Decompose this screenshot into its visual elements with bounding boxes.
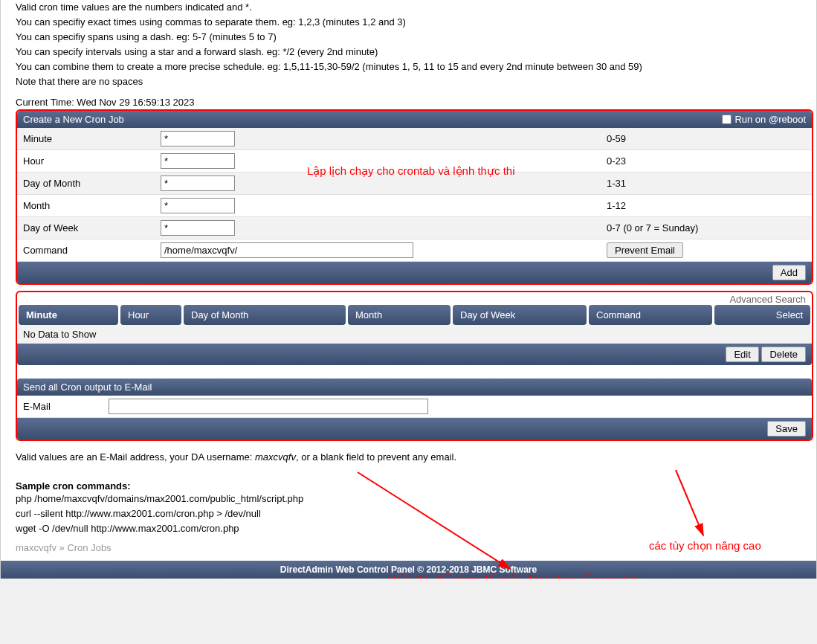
month-label: Month (17, 196, 155, 215)
create-cron-panel: Create a New Cron Job Run on @reboot Min… (16, 109, 813, 285)
help-line: Note that there are no spaces (16, 74, 815, 89)
dom-input[interactable] (161, 176, 235, 191)
help-line: Valid cron time values are the numbers i… (16, 0, 815, 15)
dom-range: 1-31 (601, 174, 812, 193)
th-cmd[interactable]: Command (589, 305, 712, 325)
jobs-table-header: Minute Hour Day of Month Month Day of We… (17, 305, 812, 325)
reboot-checkbox-label[interactable]: Run on @reboot (722, 114, 806, 125)
prevent-email-button[interactable]: Prevent Email (607, 242, 683, 258)
save-button[interactable]: Save (767, 421, 806, 437)
minute-range: 0-59 (601, 129, 812, 148)
minute-input[interactable] (161, 131, 235, 146)
reboot-checkbox[interactable] (722, 115, 732, 124)
breadcrumb-page: Cron Jobs (67, 542, 111, 553)
help-line: You can specifiy spans using a dash. eg:… (16, 30, 815, 45)
dow-range: 0-7 (0 or 7 = Sunday) (601, 219, 812, 237)
command-label: Command (17, 241, 155, 260)
email-label: E-Mail (17, 397, 103, 416)
add-button[interactable]: Add (772, 265, 806, 280)
jobs-footer-bar: Edit Delete (17, 344, 812, 365)
th-month[interactable]: Month (348, 305, 451, 325)
minute-label: Minute (17, 129, 155, 148)
sample-commands: Sample cron commands: php /home/maxcvqfv… (16, 480, 815, 536)
create-panel-header: Create a New Cron Job Run on @reboot (17, 111, 812, 128)
reboot-label: Run on @reboot (734, 114, 806, 125)
dom-label: Day of Month (17, 174, 155, 193)
no-data-row: No Data to Show (17, 325, 812, 344)
hour-label: Hour (17, 152, 155, 170)
email-panel-header: Send all Cron output to E-Mail (17, 379, 812, 396)
email-input[interactable] (109, 399, 428, 414)
th-minute[interactable]: Minute (19, 305, 118, 325)
help-line: You can combine them to create a more pr… (16, 59, 815, 74)
dow-input[interactable] (161, 220, 235, 236)
current-time: Current Time: Wed Nov 29 16:59:13 2023 (16, 97, 815, 108)
hour-input[interactable] (161, 153, 235, 169)
valid-email-note: Valid values are an E-Mail address, your… (16, 447, 815, 467)
command-input[interactable] (161, 242, 413, 258)
edit-button[interactable]: Edit (726, 347, 758, 362)
advanced-search-link[interactable]: Advanced Search (729, 294, 806, 305)
month-input[interactable] (161, 198, 235, 213)
sample-line: php /home/maxcvqfv/domains/max2001.com/p… (16, 492, 815, 506)
th-dow[interactable]: Day of Week (453, 305, 587, 325)
jobs-panel: Advanced Search Minute Hour Day of Month… (16, 291, 813, 441)
help-line: You can specifiy exact times using comma… (16, 15, 815, 30)
email-panel-title: Send all Cron output to E-Mail (23, 381, 152, 393)
sample-line: curl --silent http://www.max2001.com/cro… (16, 506, 815, 521)
breadcrumb-user[interactable]: maxcvqfv (16, 542, 56, 553)
hour-range: 0-23 (601, 152, 812, 170)
dow-label: Day of Week (17, 219, 155, 237)
da-username: maxcvqfv (255, 451, 296, 463)
help-line: You can specify intervals using a star a… (16, 45, 815, 59)
sample-line: wget -O /dev/null http://www.max2001.com… (16, 521, 815, 536)
create-panel-title: Create a New Cron Job (23, 114, 124, 125)
th-hour[interactable]: Hour (120, 305, 181, 325)
sample-title: Sample cron commands: (16, 480, 815, 492)
th-dom[interactable]: Day of Month (184, 305, 346, 325)
th-select[interactable]: Select (714, 305, 810, 325)
email-footer-bar: Save (17, 418, 812, 439)
month-range: 1-12 (601, 196, 812, 215)
page-footer: DirectAdmin Web Control Panel © 2012-201… (1, 561, 816, 579)
create-footer-bar: Add (17, 262, 812, 283)
help-text: Valid cron time values are the numbers i… (16, 0, 815, 89)
delete-button[interactable]: Delete (761, 347, 806, 362)
breadcrumb: maxcvqfv » Cron Jobs (1, 536, 816, 561)
